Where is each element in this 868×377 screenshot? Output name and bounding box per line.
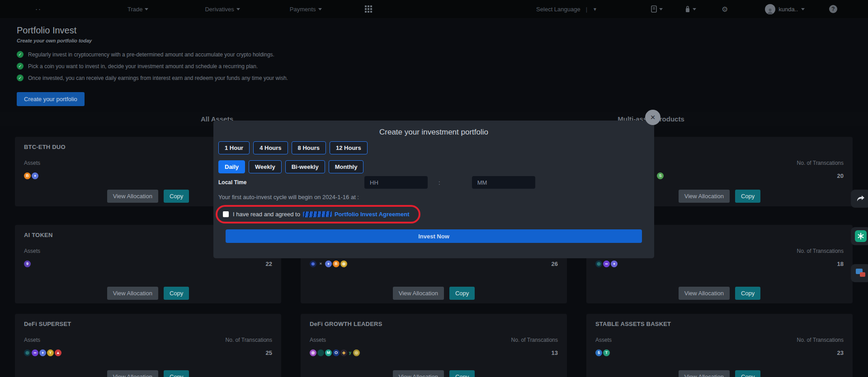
coin-icon: S [657, 172, 664, 179]
coin-icon: ▲ [55, 349, 61, 356]
transactions-value: 26 [552, 261, 558, 267]
transactions-value: 13 [552, 349, 558, 356]
assets-label: Assets [24, 160, 40, 166]
coin-icon: O [333, 349, 340, 356]
nav-item-derivatives[interactable]: Derivatives [205, 6, 240, 13]
chevron-down-icon [145, 8, 148, 10]
coin-icon: T [603, 349, 610, 356]
feedback-chat-icon [855, 267, 867, 279]
local-time-label: Local Time [218, 179, 364, 186]
asset-coins: S [657, 172, 665, 179]
option-monthly[interactable]: Monthly [329, 160, 364, 173]
copy-button[interactable]: Copy [735, 370, 760, 377]
transactions-label: No. of Transcations [511, 337, 558, 343]
copy-button[interactable]: Copy [735, 287, 760, 300]
coin-icon: × [317, 261, 324, 267]
coin-icon: ◎ [595, 261, 602, 267]
assets-label: Assets [24, 337, 40, 343]
portfolio-card-row: DeFi SUPERSET Assets No. of Transcations… [15, 314, 853, 377]
orders-menu[interactable] [651, 5, 663, 13]
ai-assistant-button[interactable] [851, 227, 868, 245]
feedback-button[interactable] [851, 264, 868, 282]
hour-options-row: 1 Hour 4 Hours 8 Hours 12 Hours [218, 141, 649, 154]
card-title: STABLE ASSETS BASKET [595, 321, 844, 327]
view-allocation-button[interactable]: View Allocation [107, 287, 158, 300]
agreement-text: I have read and agreed toPortfolio Inves… [233, 211, 410, 218]
agreement-checkbox[interactable] [223, 211, 229, 217]
view-allocation-button[interactable]: View Allocation [679, 370, 730, 377]
option-1-hour[interactable]: 1 Hour [218, 141, 250, 154]
copy-button[interactable]: Copy [449, 370, 475, 377]
asset-coins: ◎∞♦Y▲ [24, 349, 62, 356]
portfolio-invest-agreement-link[interactable]: Portfolio Invest Agreement [335, 211, 410, 218]
hour-input[interactable] [364, 176, 428, 189]
asset-coins: 9 [24, 261, 32, 267]
user-menu[interactable]: kunda.. [765, 4, 805, 14]
invest-now-button[interactable]: Invest Now [226, 229, 642, 243]
create-portfolio-button[interactable]: Create your portfolio [17, 92, 85, 106]
transactions-value: 23 [837, 349, 844, 356]
coin-icon: ∞ [32, 349, 38, 356]
apps-grid-icon[interactable] [365, 5, 372, 13]
page-subtitle: Create your own portfolio today [17, 38, 851, 43]
share-icon [856, 194, 866, 203]
copy-button[interactable]: Copy [164, 190, 189, 203]
view-allocation-button[interactable]: View Allocation [393, 370, 444, 377]
help-icon[interactable]: ? [829, 5, 837, 13]
feature-list: ✓ Regularly invest in cryptocurrency wit… [17, 51, 851, 81]
transactions-label: No. of Transcations [797, 248, 844, 254]
share-button[interactable] [851, 190, 868, 208]
check-circle-icon: ✓ [17, 51, 24, 58]
option-12-hours[interactable]: 12 Hours [330, 141, 368, 154]
transactions-value: 18 [837, 261, 844, 267]
coin-icon: ∞ [603, 261, 610, 267]
copy-button[interactable]: Copy [164, 287, 189, 300]
coin-icon: ♦ [325, 261, 332, 267]
asset-coins: ◉×♦B◉ [310, 261, 348, 267]
coin-icon: ◉ [310, 261, 316, 267]
option-weekly[interactable]: Weekly [249, 160, 282, 173]
assets-label: Assets [595, 337, 612, 343]
username-label: kunda.. [778, 6, 798, 13]
copy-button[interactable]: Copy [735, 190, 760, 203]
view-allocation-button[interactable]: View Allocation [393, 287, 444, 300]
coin-icon: ♦ [611, 261, 618, 267]
check-circle-icon: ✓ [17, 74, 24, 81]
redacted-brand-scribble [303, 211, 332, 217]
transactions-value: 25 [266, 349, 272, 356]
option-4-hours[interactable]: 4 Hours [253, 141, 288, 154]
transactions-label: No. of Transcations [226, 337, 272, 343]
nav-item-trade[interactable]: Trade [127, 6, 148, 13]
divider: | [586, 6, 587, 13]
check-circle-icon: ✓ [17, 63, 24, 70]
view-allocation-button[interactable]: View Allocation [107, 370, 158, 377]
close-icon[interactable]: × [645, 110, 660, 125]
portfolio-card: STABLE ASSETS BASKET Assets No. of Trans… [586, 314, 853, 377]
feature-text: Once invested, you can receive daily ear… [28, 75, 288, 81]
option-biweekly[interactable]: Bi-weekly [285, 160, 325, 173]
coin-icon: ◉ [340, 261, 347, 267]
card-title: DeFi SUPERSET [24, 321, 272, 327]
wallet-menu[interactable] [684, 5, 696, 13]
ai-assistant-icon [855, 230, 867, 242]
feature-item: ✓ Once invested, you can receive daily e… [17, 74, 851, 81]
option-daily[interactable]: Daily [218, 160, 245, 173]
settings-gear-icon[interactable]: ⚙ [722, 5, 728, 14]
view-allocation-button[interactable]: View Allocation [679, 190, 730, 203]
asset-coins: ◎∞♦ [595, 261, 618, 267]
coin-icon: Y [47, 349, 54, 356]
nav-item-payments[interactable]: Payments [290, 6, 322, 13]
minute-input[interactable] [472, 176, 535, 189]
option-8-hours[interactable]: 8 Hours [292, 141, 326, 154]
coin-icon: ◆ [340, 349, 347, 356]
coin-icon: ♦ [39, 349, 46, 356]
agreement-prefix: I have read and agreed to [233, 211, 300, 218]
coin-icon: M [325, 349, 332, 356]
view-allocation-button[interactable]: View Allocation [107, 190, 158, 203]
coin-icon: y [348, 351, 352, 355]
copy-button[interactable]: Copy [449, 287, 475, 300]
copy-button[interactable]: Copy [164, 370, 189, 377]
local-time-row: Local Time : [218, 176, 649, 189]
language-selector[interactable]: Select Language | ▼ [536, 6, 597, 13]
view-allocation-button[interactable]: View Allocation [679, 287, 730, 300]
